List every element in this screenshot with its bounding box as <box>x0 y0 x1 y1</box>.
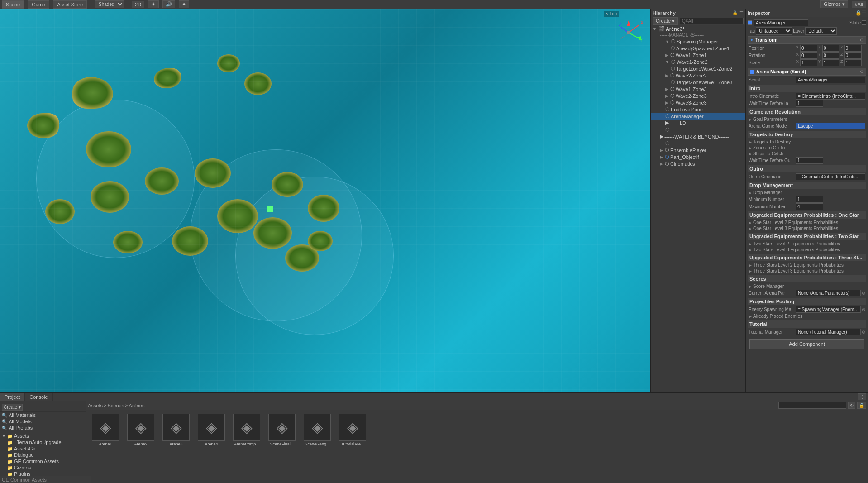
goal-params-foldout[interactable]: ▶ Goal Parameters <box>748 116 866 122</box>
two-star-l2-foldout[interactable]: ▶ Two Stars Level 2 Equipments Probabili… <box>748 241 866 247</box>
project-item-ge-common[interactable]: 📁 GE Common Assets <box>0 458 86 464</box>
three-star-l2-foldout[interactable]: ▶ Three Stars Level 2 Equipments Probabi… <box>748 262 866 268</box>
current-arena-picker[interactable]: ⊙ <box>862 291 865 296</box>
game-tab[interactable]: Game <box>28 0 49 9</box>
all-btn[interactable]: #All <box>852 1 866 8</box>
wait-time-out-input[interactable] <box>796 157 823 164</box>
enemy-spawning-value[interactable]: = SpawningManager (EnemyS... <box>796 306 861 313</box>
score-manager-foldout[interactable]: ▶ Score Manager <box>748 283 866 289</box>
hierarchy-target-zone-w1z3[interactable]: ⬡ TargetZoneWave1-Zone3 <box>651 79 745 86</box>
hierarchy-ld-item[interactable]: ⬡ <box>651 126 745 133</box>
pos-y[interactable] <box>822 45 839 52</box>
console-tab[interactable]: Console <box>25 393 52 401</box>
hierarchy-wave2-zone3[interactable]: ▶ ⬡ Wave2-Zone3 <box>651 92 745 99</box>
audio-btn[interactable]: 🔊 <box>162 0 175 8</box>
asset-scene-final[interactable]: ◈ SceneFinal... <box>266 414 298 479</box>
arena-mode-value[interactable]: Escape <box>796 123 865 129</box>
bottom-options-btn[interactable]: ⋮ <box>858 393 866 400</box>
wait-time-in-input[interactable] <box>796 100 823 107</box>
gizmos-btn[interactable]: Gizmos ▾ <box>820 0 848 8</box>
hierarchy-create-btn[interactable]: Create ▾ <box>653 17 678 25</box>
add-component-btn[interactable]: Add Component <box>749 339 864 349</box>
script-ref-value[interactable]: ArenaManager <box>796 77 865 83</box>
project-item-assets[interactable]: ▼ 📁 Assets <box>0 433 86 439</box>
enemy-spawning-picker[interactable]: ⊙ <box>862 307 865 312</box>
fx-btn[interactable]: ✦ <box>179 0 189 8</box>
hierarchy-wave1-zone2[interactable]: ▼ ⬡ Wave1-Zone2 <box>651 58 745 65</box>
project-item-gizmos[interactable]: 📁 Gizmos <box>0 464 86 471</box>
ships-to-catch-foldout[interactable]: ▶ Ships To Catch <box>748 151 866 157</box>
transform-settings-btn[interactable]: ⚙ <box>860 38 864 43</box>
hierarchy-end-level-zone[interactable]: ⬡ EndLevelZone <box>651 106 745 113</box>
asset-tutorial[interactable]: ◈ TutorialAre... <box>337 414 368 479</box>
hierarchy-menu-btn[interactable]: ☰ <box>739 10 744 15</box>
hierarchy-water-item[interactable]: ⬡ <box>651 140 745 147</box>
inspector-lock-btn[interactable]: 🔒 <box>855 10 862 16</box>
active-checkbox[interactable] <box>748 20 752 25</box>
hierarchy-wave1-zone3[interactable]: ▶ ⬡ Wave1-Zone3 <box>651 86 745 92</box>
hierarchy-root[interactable]: ▼ 🎬 Arène3* <box>651 25 745 32</box>
two-star-l3-foldout[interactable]: ▶ Two Stars Level 3 Equipments Probabili… <box>748 247 866 253</box>
tutorial-manager-picker[interactable]: ⊙ <box>862 330 865 335</box>
breadcrumb-arenes[interactable]: Arènes <box>129 403 145 408</box>
hierarchy-part-objectif[interactable]: ▶ ⬡ Part_Objectif <box>651 153 745 160</box>
2d-btn[interactable]: 2D <box>132 1 144 8</box>
zones-to-go-foldout[interactable]: ▶ Zones To Go To <box>748 145 866 151</box>
hierarchy-wave1-zone1[interactable]: ▶ ⬡ Wave1-Zone1 <box>651 52 745 58</box>
targets-destroy-foldout[interactable]: ▶ Targets To Destroy <box>748 139 866 145</box>
already-placed-foldout[interactable]: ▶ Already Placed Enemies <box>748 313 866 319</box>
hierarchy-already-spawned[interactable]: ⬡ AlreadySpawned-Zone1 <box>651 45 745 52</box>
pos-x[interactable] <box>800 45 817 52</box>
tag-dropdown[interactable]: Untagged <box>756 27 792 35</box>
asset-arene2[interactable]: ◈ Arene2 <box>125 414 157 479</box>
max-number-input[interactable] <box>796 203 823 210</box>
hierarchy-ensemble-player[interactable]: ▶ ⬡ EnsemblePlayer <box>651 147 745 153</box>
asset-arene1[interactable]: ◈ Arene1 <box>90 414 121 479</box>
three-star-l3-foldout[interactable]: ▶ Three Stars Level 3 Equipments Probabi… <box>748 268 866 274</box>
static-checkbox[interactable] <box>862 20 866 25</box>
hierarchy-target-zone-w1z2[interactable]: ⬡ TargetZoneWave1-Zone2 <box>651 65 745 72</box>
object-name-input[interactable] <box>754 19 808 26</box>
shading-dropdown[interactable]: Shaded <box>95 0 124 8</box>
rot-z[interactable] <box>844 52 862 59</box>
asset-store-tab[interactable]: Asset Store <box>53 0 87 9</box>
breadcrumb-assets[interactable]: Assets <box>88 403 103 408</box>
pos-z[interactable] <box>844 45 862 52</box>
rot-x[interactable] <box>800 52 817 59</box>
project-tab[interactable]: Project <box>0 393 25 401</box>
hierarchy-wave2-zone2[interactable]: ▶ ⬡ Wave2-Zone2 <box>651 72 745 79</box>
inspector-menu-btn[interactable]: ☰ <box>862 10 866 16</box>
hierarchy-lock-btn[interactable]: 🔒 <box>732 10 738 15</box>
asset-arene3[interactable]: ◈ Arene3 <box>160 414 192 479</box>
arena-manager-component-header[interactable]: Arena Manager (Script) ⚙ <box>748 68 866 76</box>
script-active-cb[interactable] <box>750 70 754 74</box>
layer-dropdown[interactable]: Default <box>805 27 837 35</box>
asset-refresh-btn[interactable]: ↻ <box>848 402 855 409</box>
hierarchy-spawning-manager[interactable]: ▼ ⬡ SpawningManager <box>651 38 745 45</box>
scale-x[interactable] <box>800 59 817 66</box>
project-item-dialogue[interactable]: 📁 Dialogue <box>0 452 86 458</box>
script-settings-btn[interactable]: ⚙ <box>860 69 864 74</box>
hierarchy-arena-manager[interactable]: ⬡ ArenaManager <box>651 113 745 120</box>
one-star-l2-foldout[interactable]: ▶ One Star Level 2 Equipments Probabilit… <box>748 220 866 225</box>
project-item-all-models[interactable]: 🔍 All Models <box>0 418 86 425</box>
min-number-input[interactable] <box>796 196 823 203</box>
transform-component-header[interactable]: ✦ Transform ⚙ <box>748 36 866 44</box>
asset-arene4[interactable]: ◈ Arene4 <box>196 414 227 479</box>
intro-cine-value[interactable]: = CinematicIntro (IntroCintr... <box>796 93 865 100</box>
project-item-assetsga[interactable]: 📁 AssetsGa <box>0 445 86 452</box>
lighting-btn[interactable]: ☀ <box>148 0 159 8</box>
one-star-l3-foldout[interactable]: ▶ One Star Level 3 Equipments Probabilit… <box>748 225 866 231</box>
hierarchy-search-input[interactable] <box>680 18 744 24</box>
tutorial-manager-value[interactable]: None (Tutorial Manager) <box>796 329 861 335</box>
drop-manager-foldout[interactable]: ▶ Drop Manager <box>748 190 866 196</box>
asset-scene-gang[interactable]: ◈ SceneGang... <box>301 414 333 479</box>
rot-y[interactable] <box>822 52 839 59</box>
project-item-terrain[interactable]: 📁 _TerrainAutoUpgrade <box>0 439 86 445</box>
breadcrumb-scenes[interactable]: Scenes <box>107 403 124 408</box>
outro-cine-value[interactable]: = CinematicOutro (IntroCintr... <box>796 173 865 180</box>
project-create-btn[interactable]: Create ▾ <box>2 404 23 411</box>
project-item-all-prefabs[interactable]: 🔍 All Prefabs <box>0 425 86 431</box>
scale-y[interactable] <box>822 59 839 66</box>
project-item-all-materials[interactable]: 🔍 All Materials <box>0 412 86 418</box>
